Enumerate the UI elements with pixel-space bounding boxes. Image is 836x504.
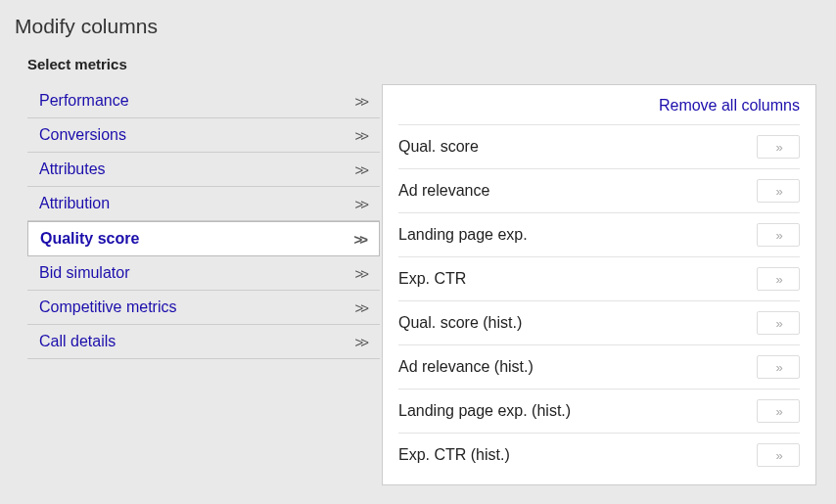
sidebar-item-bid-simulator[interactable]: Bid simulator>> bbox=[27, 256, 380, 291]
metric-label: Qual. score (hist.) bbox=[398, 314, 522, 332]
sidebar-item-attributes[interactable]: Attributes>> bbox=[27, 153, 380, 187]
metric-row: Landing page exp.» bbox=[398, 212, 800, 256]
chevron-right-icon: >> bbox=[354, 196, 366, 212]
sidebar-item-call-details[interactable]: Call details>> bbox=[27, 325, 380, 359]
metric-label: Exp. CTR bbox=[398, 270, 466, 288]
add-metric-button[interactable]: » bbox=[757, 355, 800, 379]
add-metric-button[interactable]: » bbox=[757, 311, 800, 335]
sidebar-item-label: Attributes bbox=[39, 160, 106, 178]
page-title: Modify columns bbox=[15, 15, 826, 38]
chevron-right-icon: >> bbox=[354, 93, 366, 110]
metric-label: Ad relevance (hist.) bbox=[398, 358, 534, 376]
add-metric-button[interactable]: » bbox=[757, 179, 800, 203]
metric-label: Landing page exp. (hist.) bbox=[398, 402, 571, 420]
metric-row: Ad relevance (hist.)» bbox=[398, 344, 800, 389]
metric-row: Exp. CTR (hist.)» bbox=[398, 433, 800, 477]
chevron-right-icon: >> bbox=[354, 127, 366, 144]
sidebar-item-label: Competitive metrics bbox=[39, 298, 176, 316]
metric-row: Qual. score (hist.)» bbox=[398, 300, 800, 344]
metric-row: Ad relevance» bbox=[398, 168, 800, 212]
sidebar-item-label: Bid simulator bbox=[39, 264, 129, 282]
add-metric-button[interactable]: » bbox=[757, 267, 800, 291]
metrics-panel: Remove all columns Qual. score»Ad releva… bbox=[382, 84, 816, 485]
metric-label: Ad relevance bbox=[398, 182, 489, 200]
add-metric-button[interactable]: » bbox=[757, 399, 800, 423]
metric-label: Qual. score bbox=[398, 138, 479, 156]
sidebar-item-label: Performance bbox=[39, 92, 129, 110]
chevron-right-icon: >> bbox=[354, 265, 366, 282]
sidebar-item-competitive-metrics[interactable]: Competitive metrics>> bbox=[27, 291, 380, 325]
chevron-right-icon: >> bbox=[354, 161, 366, 178]
sidebar-item-conversions[interactable]: Conversions>> bbox=[27, 118, 380, 153]
sidebar-item-performance[interactable]: Performance>> bbox=[27, 84, 380, 118]
chevron-right-icon: >> bbox=[353, 231, 365, 248]
chevron-right-icon: >> bbox=[354, 299, 366, 316]
metric-label: Exp. CTR (hist.) bbox=[398, 446, 510, 464]
sidebar-item-attribution[interactable]: Attribution>> bbox=[27, 187, 380, 221]
remove-all-columns-link[interactable]: Remove all columns bbox=[398, 93, 800, 124]
metrics-category-sidebar: Performance>>Conversions>>Attributes>>At… bbox=[27, 84, 380, 485]
sidebar-item-label: Call details bbox=[39, 333, 116, 350]
add-metric-button[interactable]: » bbox=[757, 223, 800, 247]
metric-label: Landing page exp. bbox=[398, 226, 528, 244]
section-title: Select metrics bbox=[27, 56, 826, 72]
add-metric-button[interactable]: » bbox=[757, 135, 800, 159]
metric-row: Landing page exp. (hist.)» bbox=[398, 389, 800, 433]
sidebar-item-label: Attribution bbox=[39, 195, 110, 212]
metric-row: Exp. CTR» bbox=[398, 256, 800, 300]
sidebar-item-quality-score[interactable]: Quality score>> bbox=[27, 221, 380, 256]
chevron-right-icon: >> bbox=[354, 334, 366, 350]
metric-row: Qual. score» bbox=[398, 124, 800, 168]
add-metric-button[interactable]: » bbox=[757, 443, 800, 467]
sidebar-item-label: Conversions bbox=[39, 126, 126, 144]
sidebar-item-label: Quality score bbox=[40, 230, 139, 248]
